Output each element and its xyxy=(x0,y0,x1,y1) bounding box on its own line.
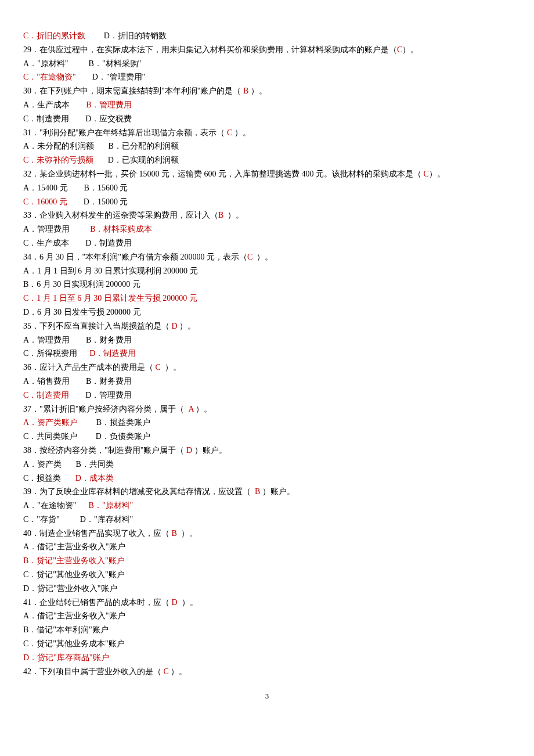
question-text: 34．6 月 30 日，"本年利润"账户有借方余额 200000 元，表示（ xyxy=(23,253,247,261)
answer-text: B．"原材料" xyxy=(89,501,134,510)
text-line: C．共同类账户 D．负债类账户 xyxy=(23,430,511,444)
question-text: D．折旧的转销数 xyxy=(85,31,167,40)
answer-text: C xyxy=(225,128,234,137)
question-text: C．所得税费用 xyxy=(23,349,89,358)
text-line: A．管理费用 B．材料采购成本 xyxy=(23,222,511,236)
question-text: ）。 xyxy=(171,667,187,676)
text-line: A．资产类 B．共同类 xyxy=(23,458,511,471)
question-text: ）。 xyxy=(179,322,196,330)
text-line: A．管理费用 B．财务费用 xyxy=(23,333,511,347)
answer-text: B xyxy=(241,87,250,95)
question-text: 35．下列不应当直接计入当期损益的是（ xyxy=(23,322,169,330)
text-line: 38．按经济内容分类，"制造费用"账户属于（ D ）账户。 xyxy=(23,444,511,458)
question-text: A．1 月 1 日到 6 月 30 日累计实现利润 200000 元 xyxy=(23,267,198,275)
text-line: D．6 月 30 日发生亏损 200000 元 xyxy=(23,305,511,319)
document-content: C．折旧的累计数 D．折旧的转销数29．在供应过程中，在实际成本法下，用来归集记… xyxy=(23,29,511,678)
question-text: A．借记"主营业务收入"账户 xyxy=(23,611,125,620)
answer-text: D．成本类 xyxy=(75,474,114,483)
text-line: C．制造费用 D．应交税费 xyxy=(23,112,511,126)
answer-text: C．"在途物资" xyxy=(23,73,76,81)
text-line: C．所得税费用 D．制造费用 xyxy=(23,347,511,361)
text-line: C．"在途物资" D．"管理费用" xyxy=(23,70,511,84)
question-text: C．"存货" D．"库存材料" xyxy=(23,515,133,524)
question-text: A．未分配的利润额 B．已分配的利润额 xyxy=(23,142,179,150)
answer-text: C．未弥补的亏损额 xyxy=(23,156,93,164)
text-line: A．资产类账户 B．损益类账户 xyxy=(23,416,511,430)
answer-text: B xyxy=(218,211,223,219)
question-text: ）。 xyxy=(179,529,197,538)
question-text: 39．为了反映企业库存材料的增减变化及其结存情况，应设置（ xyxy=(23,487,253,496)
answer-text: C xyxy=(247,253,252,261)
question-text: D．已实现的利润额 xyxy=(93,156,179,164)
question-text: ）。 xyxy=(223,211,244,219)
text-line: B．贷记"主营业务收入"账户 xyxy=(23,554,511,568)
question-text: C．制造费用 D．应交税费 xyxy=(23,114,132,123)
question-text: D．"管理费用" xyxy=(76,73,146,81)
text-line: C．折旧的累计数 D．折旧的转销数 xyxy=(23,29,511,43)
question-text: ）账户。 xyxy=(262,487,295,496)
question-text: ）。 xyxy=(252,253,273,261)
text-line: C．16000 元 D．15000 元 xyxy=(23,195,511,209)
question-text: C．共同类账户 D．负债类账户 xyxy=(23,432,150,441)
question-text: ）。 xyxy=(402,45,418,54)
text-line: 41．企业结转已销售产品的成本时，应（ D ）。 xyxy=(23,596,511,610)
text-line: 32．某企业购进材料一批，买价 15000 元，运输费 600 元，入库前整理挑… xyxy=(23,167,511,181)
text-line: A．销售费用 B．财务费用 xyxy=(23,375,511,388)
answer-text: B．材料采购成本 xyxy=(90,225,152,233)
text-line: A．借记"主营业务收入"账户 xyxy=(23,609,511,623)
answer-text: A xyxy=(186,405,196,413)
text-line: 34．6 月 30 日，"本年利润"账户有借方余额 200000 元，表示（C … xyxy=(23,250,511,264)
question-text: 38．按经济内容分类，"制造费用"账户属于（ xyxy=(23,446,184,455)
text-line: A．15400 元 B．15600 元 xyxy=(23,181,511,195)
answer-text: C xyxy=(153,363,163,372)
text-line: A．"在途物资" B．"原材料" xyxy=(23,499,511,513)
question-text: 33．企业购入材料发生的运杂费等采购费用，应计入（ xyxy=(23,211,218,219)
question-text: 29．在供应过程中，在实际成本法下，用来归集记入材料买价和采购费用，计算材料采购… xyxy=(23,45,397,54)
question-text: B．借记"本年利润"账户 xyxy=(23,625,109,634)
question-text: ）。 xyxy=(196,405,212,413)
answer-text: B xyxy=(169,529,179,538)
question-text: B．6 月 30 日实现利润 200000 元 xyxy=(23,280,140,289)
question-text: D．15000 元 xyxy=(67,197,128,206)
text-line: 42．下列项目中属于营业外收入的是（ C ）。 xyxy=(23,665,511,679)
text-line: 30．在下列账户中，期末需直接结转到"本年利润"账户的是（ B ）。 xyxy=(23,84,511,98)
answer-text: C．折旧的累计数 xyxy=(23,31,85,40)
question-text: ）。 xyxy=(163,363,181,372)
answer-text: D．制造费用 xyxy=(89,349,136,358)
question-text: A．15400 元 B．15600 元 xyxy=(23,183,128,192)
answer-text: A．资产类账户 xyxy=(23,418,78,427)
text-line: C．生产成本 D．制造费用 xyxy=(23,236,511,250)
text-line: 33．企业购入材料发生的运杂费等采购费用，应计入（B ）。 xyxy=(23,208,511,222)
answer-text: D．贷记"库存商品"账户 xyxy=(23,653,109,662)
question-text: 42．下列项目中属于营业外收入的是（ xyxy=(23,667,161,676)
question-text: A．"原材料" B．"材料采购" xyxy=(23,59,141,68)
question-text: A．资产类 B．共同类 xyxy=(23,460,114,469)
question-text: ）账户。 xyxy=(194,446,227,455)
text-line: D．贷记"库存商品"账户 xyxy=(23,651,511,665)
question-text: A．管理费用 B．财务费用 xyxy=(23,336,132,344)
question-text: ）。 xyxy=(429,170,445,178)
text-line: 31．"利润分配"账户在年终结算后出现借方余额，表示（ C ）。 xyxy=(23,126,511,140)
answer-text: D xyxy=(169,322,179,330)
question-text: B．损益类账户 xyxy=(78,418,150,427)
text-line: A．未分配的利润额 B．已分配的利润额 xyxy=(23,139,511,153)
question-text: C．贷记"其他业务收入"账户 xyxy=(23,570,125,579)
question-text: A．"在途物资" xyxy=(23,501,89,510)
text-line: D．贷记"营业外收入"账户 xyxy=(23,582,511,596)
answer-text: D xyxy=(184,446,194,455)
question-text: 32．某企业购进材料一批，买价 15000 元，运输费 600 元，入库前整理挑… xyxy=(23,170,421,178)
answer-text: B．管理费用 xyxy=(86,100,132,109)
question-text: 31．"利润分配"账户在年终结算后出现借方余额，表示（ xyxy=(23,128,225,137)
question-text: ）。 xyxy=(251,87,267,95)
question-text: A．借记"主营业务收入"账户 xyxy=(23,542,125,551)
text-line: A．1 月 1 日到 6 月 30 日累计实现利润 200000 元 xyxy=(23,264,511,278)
question-text: A．销售费用 B．财务费用 xyxy=(23,377,132,386)
page-number: 3 xyxy=(23,690,511,703)
question-text: D．6 月 30 日发生亏损 200000 元 xyxy=(23,308,141,316)
text-line: 35．下列不应当直接计入当期损益的是（ D ）。 xyxy=(23,319,511,333)
question-text: D．贷记"营业外收入"账户 xyxy=(23,584,117,593)
text-line: A．"原材料" B．"材料采购" xyxy=(23,57,511,71)
question-text: C．生产成本 D．制造费用 xyxy=(23,239,132,247)
question-text: 41．企业结转已销售产品的成本时，应（ xyxy=(23,598,169,607)
text-line: A．借记"主营业务收入"账户 xyxy=(23,540,511,554)
